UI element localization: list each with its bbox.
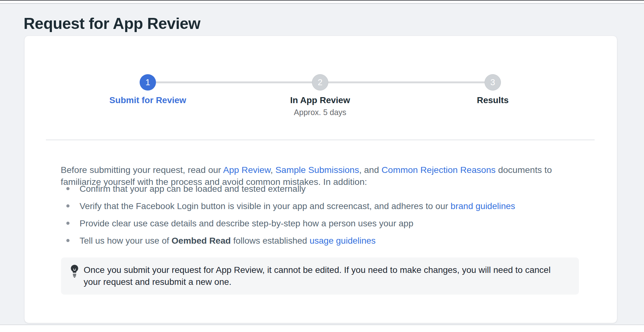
text-segment: , and [359, 165, 381, 175]
checklist: Confirm that your app can be loaded and … [61, 183, 570, 252]
page-title: Request for App Review [24, 14, 200, 33]
lightbulb-icon [70, 264, 79, 278]
inline-link[interactable]: Common Rejection Reasons [381, 165, 496, 175]
step-label-text: Submit for Review [79, 95, 217, 105]
step-label-submit-for-review: Submit for Review [79, 95, 217, 108]
list-item: Verify that the Facebook Login button is… [61, 200, 570, 212]
step-sublabel: Approx. 5 days [251, 108, 389, 117]
list-item-text: Tell us how your use of Oembed Read foll… [80, 236, 376, 246]
text-segment: Confirm that your app can be loaded and … [80, 184, 306, 194]
step-circle-submit-for-review: 1 [140, 74, 156, 91]
page: { "page": { "title": "Request for App Re… [0, 0, 644, 332]
bottom-page-strip [0, 324, 644, 332]
list-item-text: Verify that the Facebook Login button is… [80, 201, 515, 211]
step-circle-results: 3 [485, 74, 501, 91]
step-label-in-app-review: In App Review Approx. 5 days [251, 95, 389, 117]
text-segment: Provide clear use case details and descr… [80, 219, 413, 228]
inline-link[interactable]: App Review [223, 165, 270, 175]
tip-box: Once you submit your request for App Rev… [61, 257, 579, 295]
inline-link[interactable]: Sample Submissions [275, 165, 359, 175]
inline-link[interactable]: brand guidelines [451, 201, 515, 211]
bullet-dot [66, 187, 69, 190]
tip-text: Once you submit your request for App Rev… [84, 264, 562, 288]
step-label-text: Results [424, 95, 562, 105]
list-item-text: Confirm that your app can be loaded and … [80, 184, 306, 194]
top-header-strip [0, 1, 644, 4]
bold-text: Oembed Read [172, 236, 231, 246]
section-divider [46, 140, 595, 140]
step-circle-in-app-review: 2 [312, 74, 328, 91]
step-label-text: In App Review [251, 95, 389, 105]
list-item: Tell us how your use of Oembed Read foll… [61, 235, 570, 246]
bullet-dot [66, 204, 69, 208]
step-label-results: Results [424, 95, 562, 108]
list-item-text: Provide clear use case details and descr… [80, 219, 413, 228]
bullet-dot [66, 222, 69, 225]
text-segment: Before submitting your request, read our [61, 165, 223, 175]
text-segment: Verify that the Facebook Login button is… [80, 201, 451, 211]
list-item: Provide clear use case details and descr… [61, 218, 570, 229]
inline-link[interactable]: usage guidelines [309, 236, 375, 246]
text-segment: follows established [231, 236, 310, 246]
list-item: Confirm that your app can be loaded and … [61, 183, 570, 195]
app-review-card: 1 2 3 Submit for Review In App Review Ap… [24, 36, 617, 323]
text-segment: Tell us how your use of [80, 236, 172, 246]
bullet-dot [66, 239, 69, 242]
text-segment: , [270, 165, 275, 175]
